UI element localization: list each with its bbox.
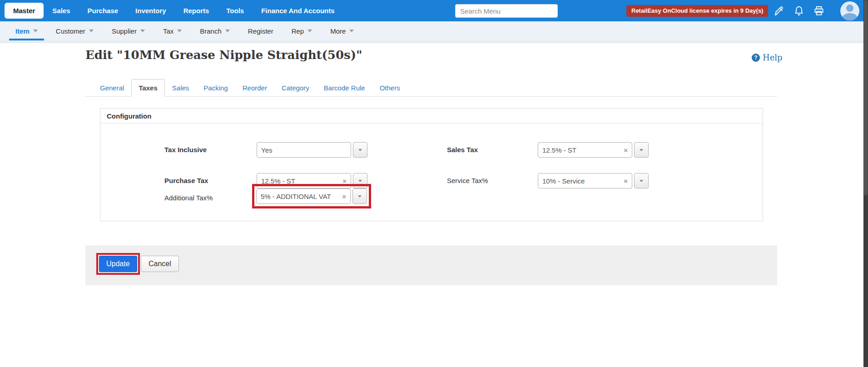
subnav-supplier[interactable]: Supplier [103, 21, 154, 40]
item-edit-tabs: General Taxes Sales Packing Reorder Cate… [85, 78, 777, 97]
chevron-down-icon [33, 30, 38, 32]
service-tax-value-field[interactable]: 10% - Service × [538, 173, 632, 188]
subnav-item[interactable]: Item [6, 21, 47, 40]
configuration-panel: Configuration Tax Inclusive Yes Sales Ta… [100, 108, 763, 221]
clear-icon[interactable]: × [621, 146, 628, 154]
avatar-torso-shape [842, 13, 858, 20]
chevron-down-icon [89, 30, 94, 32]
sales-tax-label: Sales Tax [447, 142, 478, 158]
additional-tax-label: Additional Tax% [164, 190, 213, 206]
dropdown-arrow-button[interactable] [353, 142, 367, 158]
chevron-down-icon [349, 30, 354, 32]
subnav-customer[interactable]: Customer [47, 21, 103, 40]
tab-barcode-rule[interactable]: Barcode Rule [317, 79, 372, 97]
page-title: Edit "10MM Grease Nipple Straight(50s)" [85, 48, 362, 62]
tax-inclusive-value-field[interactable]: Yes [257, 142, 351, 158]
subnav-more[interactable]: More [321, 21, 363, 40]
license-warning-badge: RetailEasy OnCloud license expires in 9 … [626, 5, 768, 17]
subnav-more-label: More [330, 27, 346, 35]
sales-tax-select[interactable]: 12.5% - ST × [538, 142, 649, 158]
help-label: Help [763, 53, 783, 62]
chevron-down-icon [177, 30, 182, 32]
additional-tax-select[interactable]: 5% - ADDITIONAL VAT × [256, 188, 367, 204]
cancel-button[interactable]: Cancel [141, 256, 179, 272]
user-avatar[interactable] [840, 1, 859, 20]
sales-tax-value-field[interactable]: 12.5% - ST × [538, 142, 632, 158]
subnav-rep-label: Rep [292, 27, 304, 35]
subnav-register[interactable]: Register [239, 21, 283, 40]
printer-icon[interactable] [813, 5, 825, 17]
chevron-down-icon [640, 149, 643, 151]
tax-inclusive-value: Yes [261, 146, 347, 154]
avatar-head-shape [846, 5, 853, 12]
clear-icon[interactable]: × [339, 193, 346, 200]
tax-inclusive-select[interactable]: Yes [257, 142, 367, 158]
subnav-tax[interactable]: Tax [154, 21, 191, 40]
chevron-down-icon [640, 180, 643, 182]
tab-reorder[interactable]: Reorder [235, 79, 274, 97]
menu-tools[interactable]: Tools [218, 0, 253, 21]
chevron-down-icon [308, 30, 312, 32]
subnav-item-label: Item [15, 27, 30, 35]
chevron-down-icon [358, 180, 362, 182]
sales-tax-value: 12.5% - ST [542, 146, 621, 154]
subnav-branch[interactable]: Branch [191, 21, 239, 40]
configuration-heading: Configuration [100, 109, 763, 124]
service-tax-label: Service Tax% [447, 173, 488, 188]
dropdown-arrow-button[interactable] [352, 188, 367, 204]
top-navigation-bar: Master Sales Purchase Inventory Reports … [0, 0, 868, 21]
tab-general[interactable]: General [93, 79, 131, 97]
tab-sales[interactable]: Sales [165, 79, 197, 97]
notifications-bell-icon[interactable] [793, 5, 805, 17]
dropdown-arrow-button[interactable] [634, 173, 649, 188]
subnav-tax-label: Tax [163, 27, 174, 35]
menu-sales[interactable]: Sales [44, 0, 79, 21]
top-menu: Sales Purchase Inventory Reports Tools F… [44, 0, 343, 21]
menu-purchase[interactable]: Purchase [79, 0, 127, 21]
app-window: Master Sales Purchase Inventory Reports … [0, 0, 868, 367]
clear-icon[interactable]: × [340, 177, 347, 185]
update-button[interactable]: Update [99, 256, 137, 272]
master-sub-navigation: Item Customer Supplier Tax Branch Regist… [0, 21, 868, 40]
chevron-down-icon [140, 30, 145, 32]
clear-icon[interactable]: × [621, 177, 628, 185]
menu-reports[interactable]: Reports [175, 0, 218, 21]
chevron-down-icon [225, 30, 230, 32]
chevron-down-icon [358, 195, 362, 198]
vertical-scrollbar[interactable] [863, 0, 868, 367]
nav-separator-strip [0, 40, 868, 43]
scrollbar-thumb[interactable] [864, 0, 868, 195]
menu-finance-and-accounts[interactable]: Finance And Accounts [253, 0, 343, 21]
help-link[interactable]: ? Help [752, 53, 783, 62]
red-highlight-annotation: 5% - ADDITIONAL VAT × [252, 184, 371, 208]
menu-master[interactable]: Master [5, 3, 44, 19]
subnav-branch-label: Branch [200, 27, 222, 35]
service-tax-select[interactable]: 10% - Service × [538, 173, 649, 188]
help-icon: ? [752, 54, 760, 62]
brush-icon[interactable] [774, 5, 785, 17]
dropdown-arrow-button[interactable] [634, 142, 649, 158]
purchase-tax-value: 12.5% - ST [261, 177, 340, 185]
action-footer: Update Cancel [85, 245, 777, 285]
search-menu-input[interactable] [455, 4, 558, 18]
subnav-register-label: Register [248, 27, 273, 35]
menu-inventory[interactable]: Inventory [127, 0, 175, 21]
tax-inclusive-label: Tax Inclusive [164, 142, 207, 158]
purchase-tax-label: Purchase Tax [164, 173, 208, 188]
subnav-customer-label: Customer [56, 27, 85, 35]
tab-taxes[interactable]: Taxes [131, 79, 164, 97]
service-tax-value: 10% - Service [542, 177, 621, 185]
red-highlight-annotation: Update [96, 253, 140, 275]
additional-tax-value-field[interactable]: 5% - ADDITIONAL VAT × [256, 188, 351, 204]
tab-others[interactable]: Others [372, 79, 407, 97]
subnav-rep[interactable]: Rep [283, 21, 322, 40]
tab-packing[interactable]: Packing [196, 79, 235, 97]
additional-tax-value: 5% - ADDITIONAL VAT [261, 193, 339, 200]
tab-category[interactable]: Category [274, 79, 317, 97]
subnav-supplier-label: Supplier [112, 27, 137, 35]
chevron-down-icon [358, 149, 362, 151]
